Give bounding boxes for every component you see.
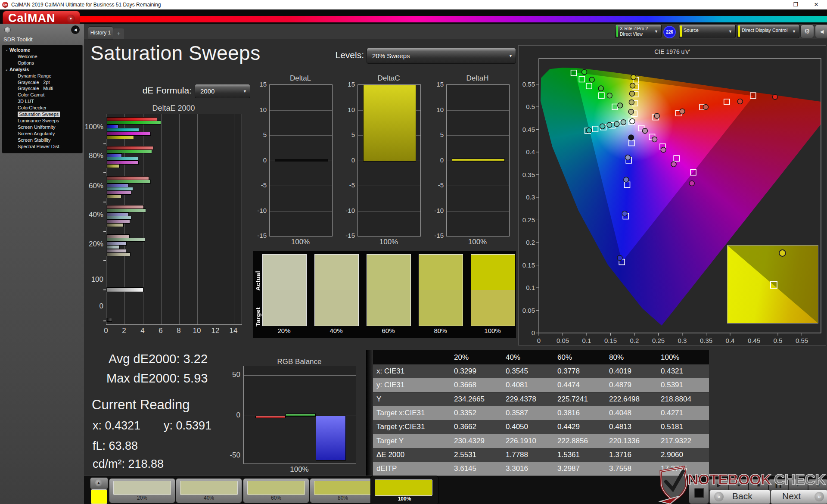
meter-dropdown[interactable]: X-Rite i1Pro 2 Direct View ▼: [615, 24, 662, 38]
sidebar-item-welcome[interactable]: Welcome: [2, 47, 82, 53]
cell-dEITP-100%: 17.3765: [657, 462, 709, 476]
ylabel-DeltaL-0: 0: [249, 156, 267, 164]
gridline: [358, 211, 420, 212]
source-label: Source: [684, 28, 699, 33]
next-button[interactable]: Next »: [771, 490, 827, 504]
de-formula-dropdown[interactable]: 2000 ▼: [195, 84, 250, 98]
svg-text:0.35: 0.35: [522, 171, 535, 178]
current-x: x: 0.4321: [93, 419, 140, 432]
sidebar-item-grayscale-multi[interactable]: Grayscale - Multi: [2, 85, 82, 92]
chevron-down-icon: ▼: [728, 29, 732, 34]
de-xlabel-8: 8: [170, 327, 187, 335]
sidebar-item-3d-lut[interactable]: 3D LUT: [2, 98, 82, 105]
cell-Target x:CIE31-100%: 0.4271: [657, 406, 709, 420]
ylabel-DeltaC-0: 0: [337, 156, 355, 164]
de-ylabel-100%: 100%: [60, 123, 103, 131]
de-bar-40%-cyan: [106, 216, 131, 220]
sidebar-collapse-button[interactable]: ◀: [71, 25, 80, 34]
check-icon: ✓: [796, 482, 800, 488]
cell-y: CIE31-100%: 0.5391: [657, 378, 709, 392]
svg-text:0.4: 0.4: [526, 148, 535, 156]
record-icon: ●: [737, 482, 740, 488]
svg-text:0.4: 0.4: [726, 337, 735, 344]
pattern-popup-button[interactable]: ▲: [90, 477, 108, 489]
actual-row-label: Actual: [254, 261, 261, 291]
minimize-button[interactable]: –: [771, 1, 782, 9]
sidebar-item-screen-angularity[interactable]: Screen Angularity: [2, 131, 82, 137]
sidebar-item-color-gamut[interactable]: Color Gamut: [2, 92, 82, 98]
delta-chart-title-DeltaC: DeltaC: [358, 74, 420, 83]
pause-button[interactable]: ❚❚: [768, 479, 788, 491]
cell-dEITP-40%: 3.3016: [502, 462, 554, 476]
de-ylabel-100: 100: [60, 275, 103, 284]
pattern-button-80%[interactable]: 80%: [310, 478, 376, 503]
pattern-button-100%[interactable]: 100%: [370, 476, 438, 504]
meter-count-badge[interactable]: 226: [663, 26, 676, 38]
close-button[interactable]: ✕: [811, 1, 822, 9]
sidebar-item-dynamic-range[interactable]: Dynamic Range: [2, 73, 82, 79]
add-tab-button[interactable]: +: [113, 28, 124, 39]
cell-dEITP-80%: 3.7558: [606, 462, 657, 476]
loop-button[interactable]: ↻: [808, 479, 827, 491]
gear-icon[interactable]: ⚙: [800, 25, 814, 38]
sidebar-item-saturation-sweeps[interactable]: Saturation Sweeps: [2, 111, 82, 118]
back-button[interactable]: « Back: [709, 490, 771, 504]
current-pattern-swatch[interactable]: [91, 489, 107, 504]
chevron-down-icon[interactable]: ▼: [67, 15, 75, 23]
rgb-bar-green: [286, 414, 316, 417]
levels-dropdown[interactable]: 20% Sweeps ▼: [367, 48, 516, 64]
ylabel-DeltaL-15: 15: [249, 81, 267, 88]
tick: [103, 231, 106, 232]
xlabel-DeltaL: 100%: [269, 238, 332, 246]
restore-button[interactable]: ❐: [790, 1, 801, 9]
svg-text:0.55: 0.55: [796, 337, 808, 344]
de-bar-60%-cyan: [106, 187, 133, 191]
table-row-ΔE 2000: ΔE 20002.55311.77881.53611.37162.9060: [373, 448, 709, 462]
source-status-stripe: [680, 25, 682, 37]
chevron-down-icon: ▼: [654, 29, 658, 34]
ylabel-DeltaC--15: -15: [337, 232, 355, 239]
sidebar-option-button[interactable]: [4, 27, 11, 33]
panel-collapse-icon[interactable]: ◀: [815, 25, 827, 38]
svg-text:0.5: 0.5: [774, 337, 783, 344]
source-dropdown[interactable]: Source ▼: [679, 24, 736, 38]
chevron-double-right-icon: »: [815, 492, 824, 501]
sidebar-item-analysis[interactable]: Analysis: [2, 66, 82, 73]
play-button[interactable]: ▶: [709, 479, 729, 491]
delta-e-chart-title: DeltaE 2000: [106, 104, 241, 113]
stop-button[interactable]: ■: [749, 479, 768, 491]
check-button[interactable]: ✓: [788, 479, 808, 491]
svg-text:0.2: 0.2: [526, 239, 535, 246]
sidebar-item-welcome[interactable]: Welcome: [2, 53, 82, 60]
pattern-button-60%[interactable]: 60%: [243, 478, 309, 503]
svg-text:0.45: 0.45: [522, 126, 535, 133]
cell-Target Y-40%: 226.1910: [502, 434, 554, 448]
display-control-dropdown[interactable]: Direct Display Control ▼: [737, 24, 799, 38]
record-button[interactable]: ●: [729, 479, 749, 491]
stop-button[interactable]: [689, 482, 709, 504]
de-ylabel-20%: 20%: [60, 240, 103, 249]
row-label-Y: Y: [373, 392, 451, 406]
ylabel-DeltaH-10: 10: [426, 106, 444, 113]
cell-dEITP-20%: 3.6145: [451, 462, 502, 476]
swatch-80%: [419, 254, 463, 326]
pattern-button-40%[interactable]: 40%: [176, 478, 242, 503]
cell-x: CIE31-100%: 0.4321: [657, 364, 709, 378]
sidebar-item-colorchecker[interactable]: ColorChecker: [2, 105, 82, 111]
workflow-tree: WelcomeWelcomeOptionsAnalysisDynamic Ran…: [2, 45, 83, 153]
delta-chart-DeltaL: [269, 84, 333, 236]
rgb-ylabel-50: 50: [223, 370, 240, 379]
de-xlabel-14: 14: [225, 327, 242, 335]
sidebar-item-grayscale-2pt[interactable]: Grayscale - 2pt: [2, 79, 82, 86]
pattern-button-20%[interactable]: 20%: [109, 478, 175, 503]
back-label: Back: [732, 491, 752, 501]
svg-text:0.2: 0.2: [630, 337, 639, 344]
current-reading-title: Current Reading: [92, 397, 190, 413]
sidebar-item-spectral-power-dist-[interactable]: Spectral Power Dist.: [2, 143, 82, 150]
pattern-chip-80%: [314, 481, 372, 495]
de-bar-80%-green: [106, 149, 152, 153]
current-fl: fL: 63.88: [93, 439, 138, 453]
tab-history-1[interactable]: History 1: [88, 26, 113, 40]
sidebar-item-screen-stability[interactable]: Screen Stability: [2, 137, 82, 143]
sidebar-item-options[interactable]: Options: [2, 60, 82, 66]
